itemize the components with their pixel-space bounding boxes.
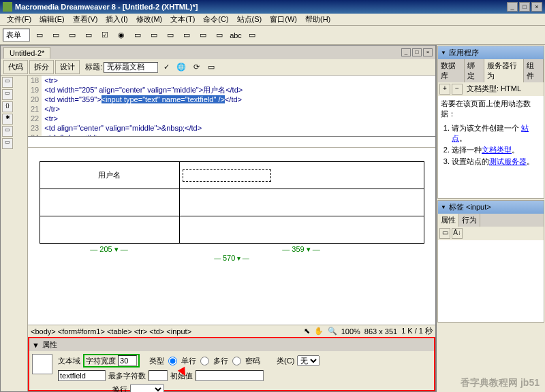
width-indicator: — 359 ▾ — (179, 245, 424, 254)
gutter-btn[interactable]: ▭ (2, 138, 13, 149)
hidden-icon[interactable]: ▭ (65, 29, 79, 42)
design-table[interactable]: 用户名 (40, 161, 424, 244)
gutter-btn[interactable]: ▭ (2, 126, 13, 137)
table-cell[interactable] (40, 216, 179, 244)
menu-view[interactable]: 查看(V) (69, 14, 102, 24)
menu-text[interactable]: 文本(T) (166, 14, 199, 24)
gutter-btn[interactable]: ✱ (2, 114, 13, 125)
wrap-select[interactable] (130, 384, 164, 392)
tab-behaviors[interactable]: 行为 (459, 214, 480, 227)
button-icon[interactable]: ▭ (213, 29, 226, 42)
select-icon[interactable]: ▭ (147, 29, 161, 42)
properties-header[interactable]: ▼属性 (29, 338, 434, 351)
app-icon (3, 2, 12, 12)
maximize-button[interactable]: □ (519, 2, 530, 12)
titlebar: Macromedia Dreamweaver 8 - [Untitled-2 (… (0, 0, 545, 14)
table-cell[interactable] (40, 189, 179, 216)
design-view-button[interactable]: 设计 (55, 60, 80, 74)
type-label: 文本域 (58, 356, 80, 366)
table-cell[interactable] (179, 189, 424, 216)
menu-command[interactable]: 命令(C) (199, 14, 232, 24)
validate-icon[interactable]: ✓ (159, 61, 173, 74)
tag-selector[interactable]: <body> <form#form1> <table> <tr> <td> <i… (28, 325, 435, 337)
tab-database[interactable]: 数据库 (438, 59, 465, 82)
menu-modify[interactable]: 修改(M) (132, 14, 167, 24)
tag-attributes-list[interactable] (438, 240, 544, 322)
menu-window[interactable]: 窗口(W) (266, 14, 301, 24)
application-panel-title[interactable]: ▼应用程序 (438, 46, 544, 59)
char-width-input[interactable] (118, 355, 137, 366)
title-input[interactable] (104, 62, 158, 73)
checkbox-icon[interactable]: ☑ (98, 29, 112, 42)
multi-line-radio[interactable] (200, 357, 209, 365)
list-view-button[interactable]: A↓ (452, 228, 463, 239)
doctype-link[interactable]: 文档类型 (482, 146, 512, 154)
insert-category-dropdown[interactable]: 表单 (3, 29, 30, 42)
menu-file[interactable]: 文件(F) (3, 14, 35, 24)
table-cell[interactable]: 用户名 (40, 162, 179, 189)
menu-help[interactable]: 帮助(H) (301, 14, 334, 24)
download-size: 1 K / 1 秒 (401, 326, 433, 336)
minus-button[interactable]: − (452, 84, 463, 95)
password-radio[interactable] (232, 357, 241, 365)
max-chars-input[interactable] (149, 370, 168, 381)
doc-close-button[interactable]: × (423, 48, 433, 56)
code-view[interactable]: 18192021222324 <tr> <td width="205" alig… (28, 76, 435, 137)
line-numbers: 18192021222324 (28, 76, 42, 136)
tab-components[interactable]: 组件 (524, 59, 544, 82)
document-tab-bar: Untitled-2* _ □ × (1, 46, 435, 59)
close-button[interactable]: × (531, 2, 542, 12)
init-value-input[interactable] (196, 370, 264, 381)
view-options-icon[interactable]: ▭ (204, 61, 218, 74)
design-view[interactable]: 用户名 — 205 ▾ — — 359 ▾ — — 570 ▾ — (28, 148, 435, 325)
gutter-btn[interactable]: ▭ (2, 77, 13, 88)
minimize-button[interactable]: _ (507, 2, 518, 12)
tab-bindings[interactable]: 绑定 (465, 59, 484, 82)
menu-edit[interactable]: 编辑(E) (35, 14, 69, 24)
gutter-btn[interactable]: {} (2, 101, 13, 112)
code-gutter: ▭ ▭ {} ✱ ▭ ▭ (1, 76, 28, 391)
form-icon[interactable]: ▭ (33, 29, 46, 42)
tab-server-behaviors[interactable]: 服务器行为 (484, 59, 525, 82)
code-view-button[interactable]: 代码 (3, 60, 28, 74)
refresh-icon[interactable]: ⟳ (189, 61, 203, 74)
hand-icon[interactable]: ✋ (314, 327, 324, 336)
class-select[interactable]: 无 (297, 355, 320, 366)
gutter-btn[interactable]: ▭ (2, 89, 13, 100)
fieldset-icon[interactable]: ▭ (245, 29, 259, 42)
tag-inspector-title[interactable]: ▼标签 <input> (438, 201, 544, 214)
menu-site[interactable]: 站点(S) (233, 14, 266, 24)
table-cell[interactable] (179, 216, 424, 244)
textarea-icon[interactable]: ▭ (82, 29, 95, 42)
window-title: Macromedia Dreamweaver 8 - [Untitled-2 (… (15, 3, 507, 11)
textfield-icon (32, 354, 52, 374)
name-input[interactable] (58, 370, 106, 381)
jumpmenu-icon[interactable]: ▭ (164, 29, 177, 42)
radio-icon[interactable]: ◉ (114, 29, 128, 42)
pointer-icon[interactable]: ⬉ (304, 327, 310, 336)
menu-insert[interactable]: 插入(I) (102, 14, 131, 24)
single-line-radio[interactable] (168, 357, 177, 365)
document-tab[interactable]: Untitled-2* (3, 47, 50, 59)
plus-button[interactable]: + (439, 84, 450, 95)
browser-preview-icon[interactable]: 🌐 (174, 61, 188, 74)
category-view-button[interactable]: ▭ (439, 228, 450, 239)
filefield-icon[interactable]: ▭ (196, 29, 210, 42)
split-view-button[interactable]: 拆分 (29, 60, 54, 74)
zoom-value[interactable]: 100% (341, 327, 360, 336)
imagefield-icon[interactable]: ▭ (180, 29, 193, 42)
textfield-input[interactable] (183, 169, 271, 182)
width-indicator: — 570 ▾ — (40, 254, 424, 262)
testserver-link[interactable]: 测试服务器 (489, 157, 527, 165)
textfield-icon[interactable]: ▭ (49, 29, 63, 42)
doc-max-button[interactable]: □ (412, 48, 422, 56)
doc-min-button[interactable]: _ (401, 48, 411, 56)
tab-attributes[interactable]: 属性 (438, 214, 459, 227)
list-item: 设置站点的测试服务器。 (452, 157, 538, 167)
wrap-label: 换行 (112, 385, 127, 393)
radiogroup-icon[interactable]: ▭ (131, 29, 144, 42)
label-icon[interactable]: abc (229, 29, 243, 42)
table-cell[interactable] (179, 162, 424, 189)
zoom-icon[interactable]: 🔍 (328, 327, 337, 336)
window-size[interactable]: 863 x 351 (364, 327, 397, 336)
